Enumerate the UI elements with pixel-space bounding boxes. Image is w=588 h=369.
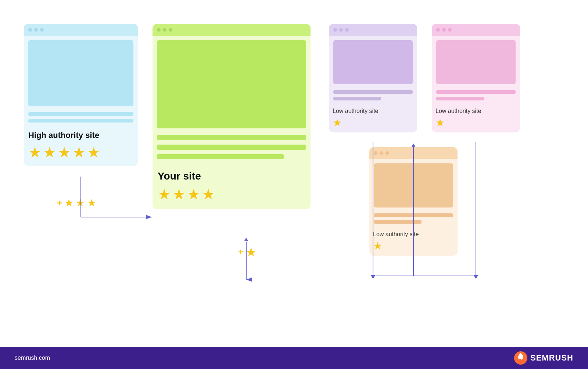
svg-marker-6 <box>244 238 248 241</box>
main-content: High authority site ★ ★ ★ ★ ★ Your site … <box>0 0 588 347</box>
arrows-svg <box>0 0 588 347</box>
svg-marker-13 <box>474 275 478 279</box>
footer: semrush.com SEMRUSH <box>0 347 588 369</box>
footer-domain: semrush.com <box>15 355 50 361</box>
svg-marker-12 <box>371 275 375 279</box>
semrush-flame-icon <box>514 351 527 365</box>
semrush-logo: SEMRUSH <box>514 351 573 365</box>
semrush-brand-text: SEMRUSH <box>530 353 573 363</box>
svg-marker-11 <box>411 143 416 147</box>
